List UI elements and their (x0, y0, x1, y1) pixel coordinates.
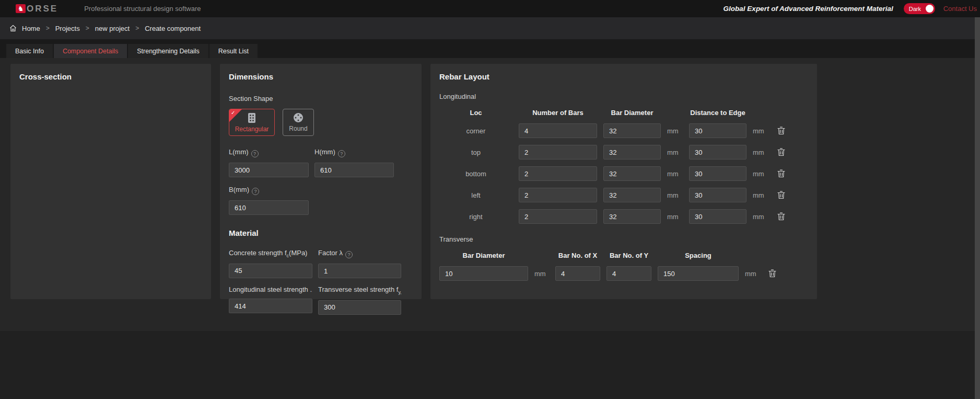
transverse-steel-strength-input[interactable] (318, 300, 401, 315)
distance-edge-input-corner[interactable] (689, 123, 746, 138)
col-distance-to-edge: Distance to Edge (689, 109, 746, 117)
longitudinal-row-corner: corner mm mm (439, 123, 808, 138)
help-icon[interactable]: ? (252, 188, 259, 195)
col-bar-diameter: Bar Diameter (603, 109, 661, 117)
col-bar-no-x: Bar No. of X (555, 252, 600, 259)
breadcrumb-create-component[interactable]: Create component (145, 25, 201, 32)
distance-edge-input-left[interactable] (689, 188, 746, 202)
longitudinal-label: Longitudinal (439, 93, 808, 100)
tab-basic-info[interactable]: Basic Info (6, 44, 53, 58)
col-spacing: Spacing (658, 252, 739, 259)
contact-us-link[interactable]: Contact Us (943, 5, 977, 13)
num-bars-input-right[interactable] (519, 209, 597, 224)
num-bars-input-corner[interactable] (519, 123, 597, 138)
trash-icon (777, 148, 785, 156)
distance-edge-input-right[interactable] (689, 209, 746, 224)
breadcrumb-home[interactable]: Home (22, 25, 40, 32)
mm-unit: mm (753, 213, 768, 221)
transverse-row: mm mm (439, 266, 808, 281)
mm-unit: mm (667, 127, 683, 135)
mm-unit: mm (745, 270, 760, 278)
tab-strengthening-details[interactable]: Strengthening Details (128, 44, 208, 58)
longitudinal-steel-strength-input[interactable] (229, 299, 312, 313)
dark-mode-label: Dark (909, 6, 921, 12)
num-bars-input-top[interactable] (519, 145, 597, 159)
col-number-of-bars: Number of Bars (519, 109, 597, 117)
concrete-strength-input[interactable] (229, 264, 312, 278)
row-loc-label: corner (439, 127, 512, 135)
mm-unit: mm (753, 149, 768, 156)
chevron-right-icon: > (86, 25, 89, 32)
mm-unit: mm (753, 127, 768, 135)
rectangular-section-icon (248, 112, 256, 123)
transverse-label: Transverse (439, 235, 808, 243)
bar-diameter-input-bottom[interactable] (603, 166, 661, 181)
help-icon[interactable]: ? (251, 150, 259, 157)
row-loc-label: top (439, 149, 512, 156)
shape-rectangular-label: Rectangular (235, 126, 269, 133)
factor-lambda-label: Factor λ? (318, 249, 401, 258)
toggle-knob-icon (926, 5, 934, 13)
row-loc-label: left (439, 191, 512, 199)
longitudinal-header-row: Loc Number of Bars Bar Diameter Distance… (439, 109, 808, 117)
horse-glyph: ♞ (18, 5, 24, 12)
mm-unit: mm (667, 170, 683, 178)
h-input[interactable] (314, 163, 394, 177)
vertical-scrollbar[interactable] (975, 17, 980, 399)
bar-diameter-input-right[interactable] (603, 209, 661, 224)
longitudinal-row-right: right mm mm (439, 209, 808, 224)
b-label: B(mm)? (229, 186, 309, 195)
page-background (0, 331, 980, 399)
h-label: H(mm)? (314, 148, 394, 157)
distance-edge-input-bottom[interactable] (689, 166, 746, 181)
main-content: Cross-section Dimensions Section Shape ✓… (0, 58, 980, 331)
longitudinal-steel-strength-label: Longitudinal steel strength ... (229, 286, 312, 293)
row-loc-label: right (439, 213, 512, 221)
mm-unit: mm (534, 270, 549, 278)
delete-row-button[interactable] (775, 169, 787, 178)
brand-slogan: Global Expert of Advanced Reinforcement … (724, 5, 893, 13)
bar-diameter-input-corner[interactable] (603, 123, 661, 138)
b-input[interactable] (229, 200, 309, 215)
dark-mode-toggle[interactable]: Dark (904, 3, 935, 14)
col-bar-no-y: Bar No. of Y (606, 252, 651, 259)
delete-row-button[interactable] (775, 212, 787, 221)
breadcrumb-projects[interactable]: Projects (55, 25, 80, 32)
help-icon[interactable]: ? (345, 251, 353, 258)
trash-icon (768, 269, 776, 278)
bar-diameter-input-top[interactable] (603, 145, 661, 159)
home-icon[interactable] (9, 25, 17, 32)
shape-round-button[interactable]: Round (283, 109, 314, 136)
num-bars-input-left[interactable] (519, 188, 597, 202)
spacing-input[interactable] (658, 266, 739, 281)
mm-unit: mm (667, 191, 683, 199)
trash-icon (777, 191, 785, 199)
tab-component-details[interactable]: Component Details (54, 44, 127, 58)
chevron-right-icon: > (46, 25, 50, 32)
check-icon: ✓ (231, 110, 235, 116)
shape-rectangular-button[interactable]: ✓ Rectangular (229, 109, 275, 136)
bar-no-y-input[interactable] (606, 266, 651, 281)
tab-result-list[interactable]: Result List (209, 44, 258, 58)
delete-row-button[interactable] (775, 191, 787, 199)
distance-edge-input-top[interactable] (689, 145, 746, 159)
bar-no-x-input[interactable] (555, 266, 600, 281)
help-icon[interactable]: ? (338, 150, 345, 157)
factor-lambda-input[interactable] (318, 264, 401, 278)
logo-text: ORSE (27, 4, 58, 14)
section-shape-label: Section Shape (229, 95, 413, 102)
transverse-bar-diameter-input[interactable] (439, 266, 528, 281)
l-input[interactable] (229, 163, 309, 177)
bar-diameter-input-left[interactable] (603, 188, 661, 202)
delete-row-button[interactable] (775, 148, 787, 156)
cross-section-panel: Cross-section (10, 64, 211, 299)
rebar-layout-title: Rebar Layout (439, 72, 808, 81)
horse-logo: ♞ ORSE (16, 4, 58, 14)
material-title: Material (229, 229, 413, 237)
col-bar-diameter: Bar Diameter (439, 252, 528, 259)
delete-row-button[interactable] (775, 127, 787, 135)
row-loc-label: bottom (439, 170, 512, 178)
num-bars-input-bottom[interactable] (519, 166, 597, 181)
breadcrumb-new-project[interactable]: new project (95, 25, 130, 32)
delete-row-button[interactable] (766, 269, 778, 278)
